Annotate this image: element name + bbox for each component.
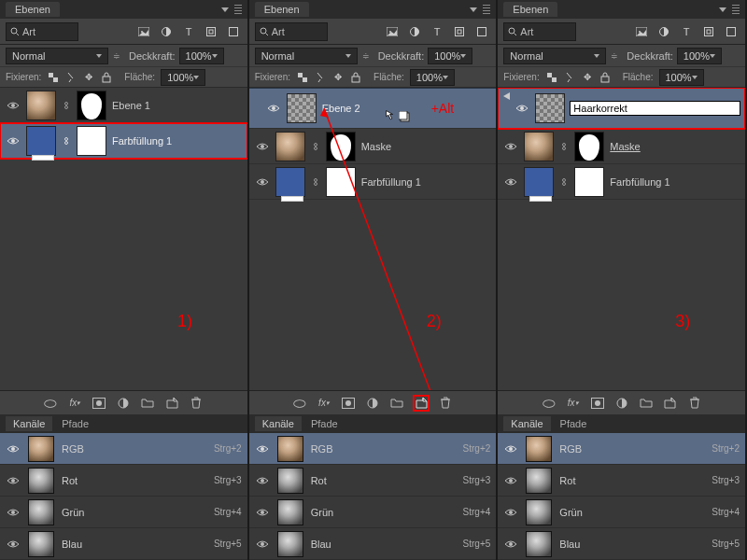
lock-position-icon[interactable]: ✥: [82, 71, 95, 84]
mask-link-icon[interactable]: [62, 136, 71, 146]
filter-type-dropdown[interactable]: Art: [255, 22, 328, 41]
channel-row[interactable]: GrünStrg+4: [0, 497, 247, 528]
mask-link-icon[interactable]: [62, 101, 71, 110]
filter-shape-icon[interactable]: [700, 23, 717, 40]
channels-tab[interactable]: Kanäle: [6, 416, 52, 431]
filter-pixel-icon[interactable]: [135, 23, 152, 40]
new-layer-icon[interactable]: [164, 396, 179, 411]
lock-pixels-icon[interactable]: [314, 71, 327, 84]
visibility-icon[interactable]: [503, 175, 518, 189]
blend-mode-dropdown[interactable]: Normal: [6, 48, 108, 64]
blend-mode-dropdown[interactable]: Normal: [255, 48, 358, 64]
mask-link-icon[interactable]: [559, 142, 569, 151]
filter-adjustment-icon[interactable]: [655, 23, 672, 40]
filter-text-icon[interactable]: T: [678, 23, 695, 40]
layers-tab[interactable]: Ebenen: [6, 2, 60, 17]
adjustment-icon[interactable]: [116, 396, 131, 411]
new-layer-icon[interactable]: [414, 396, 429, 411]
mask-link-icon[interactable]: [311, 142, 320, 151]
panel-drag-icon[interactable]: [483, 5, 490, 14]
flyout-menu-icon[interactable]: [470, 7, 477, 12]
layer-thumb[interactable]: [535, 93, 565, 123]
opacity-dropdown[interactable]: 100%: [428, 48, 472, 64]
filter-adjustment-icon[interactable]: [406, 23, 423, 40]
visibility-icon[interactable]: [6, 441, 21, 456]
flyout-menu-icon[interactable]: [221, 7, 229, 12]
lock-position-icon[interactable]: ✥: [331, 71, 345, 84]
filter-pixel-icon[interactable]: [384, 23, 401, 40]
visibility-icon[interactable]: [6, 505, 21, 520]
paths-tab[interactable]: Pfade: [303, 416, 345, 431]
adjustment-icon[interactable]: [614, 396, 629, 411]
lock-transparency-icon[interactable]: [296, 71, 309, 84]
mask-thumb[interactable]: [574, 132, 604, 161]
lock-all-icon[interactable]: [349, 71, 362, 84]
visibility-icon[interactable]: [6, 98, 21, 113]
fill-dropdown[interactable]: 100%: [410, 69, 455, 86]
layer-row[interactable]: Farbfüllung 1: [498, 164, 745, 200]
fill-dropdown[interactable]: 100%: [161, 69, 205, 86]
lock-transparency-icon[interactable]: [47, 71, 60, 84]
channel-row[interactable]: RotStrg+3: [0, 465, 247, 497]
link-icon[interactable]: ⬭: [542, 396, 557, 411]
panel-drag-icon[interactable]: [234, 5, 242, 14]
filter-adjustment-icon[interactable]: [158, 23, 175, 40]
trash-icon[interactable]: [438, 396, 453, 411]
group-icon[interactable]: [639, 396, 654, 411]
channel-row[interactable]: BlauStrg+5: [0, 528, 247, 560]
filter-type-dropdown[interactable]: Art: [6, 22, 78, 41]
layer-row[interactable]: Maske: [249, 129, 497, 164]
mask-thumb[interactable]: [574, 167, 604, 197]
channel-row[interactable]: GrünStrg+4: [498, 497, 745, 528]
layers-tab[interactable]: Ebenen: [255, 2, 309, 17]
channels-tab[interactable]: Kanäle: [503, 416, 550, 431]
paths-tab[interactable]: Pfade: [553, 416, 595, 431]
lock-all-icon[interactable]: [599, 71, 612, 84]
layer-row[interactable]: Farbfüllung 1: [249, 164, 497, 200]
fx-icon[interactable]: fx▾: [317, 396, 331, 411]
layer-name[interactable]: Farbfüllung 1: [361, 176, 491, 188]
visibility-icon[interactable]: [6, 133, 21, 148]
layer-thumb[interactable]: [26, 91, 56, 120]
blend-scrub-icon[interactable]: ≑: [112, 51, 121, 61]
mask-thumb[interactable]: [326, 167, 356, 197]
lock-all-icon[interactable]: [100, 71, 113, 84]
layer-row[interactable]: Maske: [498, 129, 745, 164]
link-icon[interactable]: ⬭: [292, 396, 307, 411]
layer-name[interactable]: Ebene 1: [112, 100, 242, 111]
opacity-dropdown[interactable]: 100%: [179, 48, 224, 64]
channel-row[interactable]: RGBStrg+2: [0, 433, 247, 465]
layer-thumb[interactable]: [275, 132, 305, 161]
paths-tab[interactable]: Pfade: [54, 416, 96, 431]
filter-smart-icon[interactable]: [473, 23, 490, 40]
visibility-icon[interactable]: [6, 473, 21, 488]
channels-tab[interactable]: Kanäle: [255, 416, 302, 431]
visibility-icon[interactable]: [266, 101, 281, 116]
channel-row[interactable]: BlauStrg+5: [249, 528, 497, 560]
mask-thumb[interactable]: [326, 132, 356, 161]
layer-thumb[interactable]: [524, 167, 554, 197]
visibility-icon[interactable]: [6, 537, 21, 552]
filter-text-icon[interactable]: T: [180, 23, 197, 40]
layer-name[interactable]: Maske: [610, 141, 740, 152]
mask-link-icon[interactable]: [311, 177, 320, 187]
mask-icon[interactable]: [341, 396, 356, 411]
layer-row[interactable]: Ebene 2: [249, 88, 497, 129]
blend-mode-dropdown[interactable]: Normal: [503, 48, 606, 64]
new-layer-icon[interactable]: [663, 396, 678, 411]
visibility-icon[interactable]: [255, 175, 270, 189]
mask-thumb[interactable]: [77, 126, 106, 156]
link-icon[interactable]: ⬭: [43, 396, 58, 411]
mask-thumb[interactable]: [77, 91, 106, 120]
channel-row[interactable]: RGBStrg+2: [249, 433, 497, 465]
mask-link-icon[interactable]: [559, 177, 569, 187]
panel-drag-icon[interactable]: [732, 5, 740, 14]
lock-pixels-icon[interactable]: [563, 71, 576, 84]
layer-name[interactable]: Farbfüllung 1: [610, 176, 740, 188]
mask-icon[interactable]: [92, 396, 106, 411]
group-icon[interactable]: [389, 396, 404, 411]
trash-icon[interactable]: [189, 396, 204, 411]
filter-type-dropdown[interactable]: Art: [503, 22, 576, 41]
channel-row[interactable]: RotStrg+3: [249, 465, 497, 497]
layer-row[interactable]: Farbfüllung 1: [0, 123, 247, 159]
